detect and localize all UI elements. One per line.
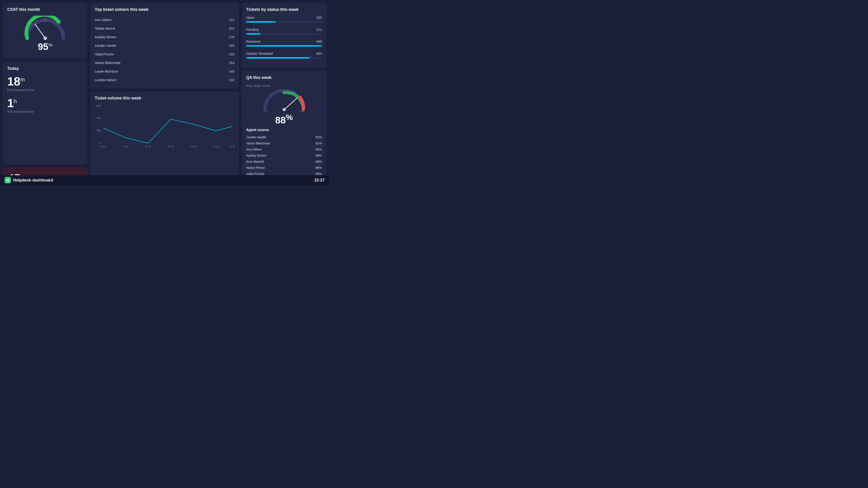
full-resolution-label: Full resolution time [7,110,83,114]
agent-row: Aron Barnett 88% [246,159,322,165]
middle-column: Top ticket solvers this week Ava Gilbert… [90,3,239,175]
first-response-value: 18m [7,75,83,87]
agent-name: Vance Blanchard [246,142,270,145]
solver-name: Ava Gilbert [95,18,112,22]
solver-name: Zander Hardin [95,43,116,48]
main-content: CSAT this month 80% 100% [0,0,329,175]
agent-row: Zander Hardin 91% [246,134,322,140]
agent-scores-title: Agent scores [246,128,322,132]
solver-name: Loretta Hebert [95,78,116,82]
status-header: Open 230 [246,16,322,20]
tickets-by-status-panel: Tickets by status this week Open 230 Pen… [242,3,327,68]
csat-gauge: 80% 100% [23,16,68,40]
agent-name: Nalani Prince [246,166,265,170]
status-label: Closed: Resolved [246,52,273,55]
status-bar-fill [246,21,276,23]
status-count: 111 [316,28,322,31]
ticket-volume-panel: Ticket volume this week 600 400 200 0 [90,91,239,175]
status-item: Pending 111 [246,28,322,35]
status-list: Open 230 Pending 111 Resolved 589 [246,16,322,59]
left-column: CSAT this month 80% 100% [3,3,88,175]
svg-point-20 [283,108,286,111]
solver-count: 155 [229,52,235,56]
agent-row: Kaisley Burton 89% [246,153,322,159]
ticket-volume-chart: 600 400 200 0 8 Jul 9 Jul [95,104,235,149]
qa-value: 88% [275,113,293,126]
svg-text:600: 600 [96,104,101,108]
qa-title: QA this week [246,75,322,80]
agent-score: 89% [315,154,322,157]
first-response-metric: 18m First response time [7,75,83,92]
status-item: Open 230 [246,16,322,23]
solver-name: Vada Proctor [95,52,114,56]
status-bar-fill [246,33,260,35]
tickets-by-status-title: Tickets by status this week [246,7,322,12]
agent-name: Zander Hardin [246,135,267,139]
status-count: 493 [316,52,322,55]
solver-name: Tobias Merritt [95,26,115,30]
svg-text:14 Jul: 14 Jul [229,145,235,148]
solver-row: Layne McIntyre 149 [95,67,235,76]
full-resolution-value: 1h [7,97,83,109]
status-label: Resolved [246,39,260,43]
solver-row: Ava Gilbert 222 [95,16,235,24]
status-item: Closed: Resolved 493 [246,52,322,59]
top-solvers-title: Top ticket solvers this week [95,7,235,12]
status-bar-bg [246,57,322,59]
agent-name: Aron Barnett [246,160,264,163]
status-header: Resolved 589 [246,39,322,43]
solver-count: 165 [229,43,235,48]
unassigned-panel: 45 Unassigned tickets ! [3,168,88,175]
svg-text:80%: 80% [27,40,32,40]
agent-score: 91% [315,135,322,139]
svg-text:13 Jul: 13 Jul [213,145,219,148]
qa-gauge-container: 50% 100% 88% [246,89,322,126]
solver-count: 149 [229,69,235,73]
agent-name: Vada Proctor [246,172,265,175]
svg-text:12 Jul: 12 Jul [190,145,196,148]
status-count: 589 [316,39,322,43]
svg-text:9 Jul: 9 Jul [123,145,128,148]
svg-point-1 [43,36,47,40]
svg-text:10 Jul: 10 Jul [145,145,151,148]
svg-text:200: 200 [96,129,101,132]
status-label: Open [246,16,254,20]
status-bar-bg [246,21,322,23]
unassigned-value: 45 [7,173,83,175]
full-resolution-metric: 1h Full resolution time [7,97,83,114]
agent-name: Kaisley Burton [246,154,267,157]
status-bar-bg [246,33,322,35]
agent-list: Zander Hardin 91% Vance Blanchard 91% Av… [246,134,322,175]
solver-row: Vance Blanchard 153 [95,59,235,67]
solver-row: Loretta Hebert 132 [95,76,235,84]
volume-chart-line [103,119,232,143]
solver-count: 153 [229,61,235,65]
svg-text:50%: 50% [265,111,270,112]
today-panel: Today 18m First response time 1h Full re… [3,62,88,165]
svg-text:0: 0 [99,141,101,145]
svg-text:100%: 100% [59,40,66,40]
status-label: Pending [246,28,258,31]
csat-panel: CSAT this month 80% 100% [3,3,88,59]
solver-row: Tobias Merritt 201 [95,24,235,33]
agent-name: Ava Gilbert [246,148,262,151]
solver-count: 201 [229,26,235,30]
agent-row: Vance Blanchard 91% [246,140,322,147]
solver-row: Zander Hardin 165 [95,41,235,50]
solver-count: 132 [229,78,235,82]
right-column: Tickets by status this week Open 230 Pen… [242,3,327,175]
app-title: Helpdesk dashboard [13,178,53,183]
qa-gauge: 50% 100% [261,89,307,112]
solver-name: Vance Blanchard [95,61,120,65]
statusbar-time: 15:27 [314,178,324,183]
csat-gauge-container: 80% 100% 95% [7,16,83,52]
solver-row: Vada Proctor 155 [95,50,235,59]
agent-row: Vada Proctor 85% [246,171,322,175]
ticket-volume-title: Ticket volume this week [95,96,235,100]
solver-name: Kaisley Burton [95,35,117,39]
solver-name: Layne McIntyre [95,69,118,73]
agent-score: 90% [315,148,322,151]
csat-value: 95% [38,41,53,52]
svg-text:400: 400 [96,116,101,120]
agent-score: 88% [315,160,322,163]
